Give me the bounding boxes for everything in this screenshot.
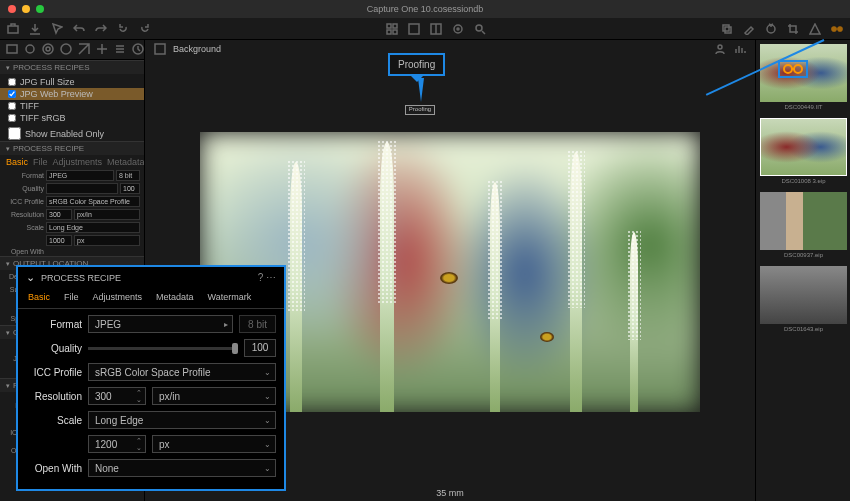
background-label: Background: [173, 44, 221, 54]
cursor-icon[interactable]: [50, 22, 64, 36]
capture-tab-icon[interactable]: [24, 43, 36, 55]
adjust-tab-icon[interactable]: [114, 43, 126, 55]
svg-point-8: [457, 28, 459, 30]
focus-icon[interactable]: [451, 22, 465, 36]
svg-rect-11: [725, 27, 731, 33]
svg-rect-5: [409, 24, 419, 34]
enlarged-header[interactable]: PROCESS RECIPE ? ⋯: [18, 267, 284, 288]
svg-rect-0: [8, 26, 18, 33]
icc-select[interactable]: sRGB Color Space Profile: [46, 196, 140, 207]
open-with-select[interactable]: None: [88, 459, 276, 477]
svg-point-16: [26, 45, 34, 53]
svg-rect-4: [393, 30, 397, 34]
resolution-input[interactable]: 300: [88, 387, 146, 405]
browser-panel: DSC00449.IIT DSC01008 3.eip DSC00937.eip…: [755, 40, 850, 501]
tab-adjustments[interactable]: Adjustments: [93, 292, 143, 302]
thumbnail[interactable]: DSC01008 3.eip: [760, 118, 847, 186]
recipe-tabs: Basic File Adjustments Metadata Watermar…: [0, 155, 144, 169]
main-toolbar: [0, 18, 850, 40]
zoom-icon[interactable]: [473, 22, 487, 36]
svg-rect-3: [387, 30, 391, 34]
tab-watermark[interactable]: Watermark: [208, 292, 252, 302]
color-tab-icon[interactable]: [60, 43, 72, 55]
svg-rect-1: [387, 24, 391, 28]
svg-point-24: [718, 45, 722, 49]
copy-adj-icon[interactable]: [720, 22, 734, 36]
quality-value[interactable]: 100: [244, 339, 276, 357]
proofing-highlight: [778, 60, 808, 78]
library-tab-icon[interactable]: [6, 43, 18, 55]
process-recipe-header[interactable]: PROCESS RECIPE: [0, 141, 144, 155]
tab-basic[interactable]: Basic: [28, 292, 50, 302]
recipe-checkbox[interactable]: [8, 90, 16, 98]
grid-icon[interactable]: [385, 22, 399, 36]
rotate-left-icon[interactable]: [116, 22, 130, 36]
icc-profile-select[interactable]: sRGB Color Space Profile: [88, 363, 276, 381]
brush-icon[interactable]: [742, 22, 756, 36]
svg-point-19: [61, 44, 71, 54]
proofing-target: Proofing: [405, 105, 435, 115]
svg-rect-10: [723, 25, 729, 31]
svg-point-17: [43, 44, 53, 54]
undo-icon[interactable]: [72, 22, 86, 36]
thumbnail[interactable]: DSC01643.eip: [760, 266, 847, 334]
svg-point-18: [46, 47, 50, 51]
proofing-callout: Proofing: [388, 53, 445, 76]
recipe-item[interactable]: JPG Web Preview: [0, 88, 144, 100]
svg-rect-2: [393, 24, 397, 28]
thumbnail[interactable]: DSC00449.IIT: [760, 44, 847, 112]
minimize-icon[interactable]: [22, 5, 30, 13]
warning-icon[interactable]: [808, 22, 822, 36]
view-single-icon[interactable]: [407, 22, 421, 36]
recipe-item[interactable]: JPG Full Size: [0, 76, 144, 88]
recipe-item[interactable]: TIFF sRGB: [0, 112, 144, 124]
recipe-checkbox[interactable]: [8, 102, 16, 110]
format-select[interactable]: JPEG: [88, 315, 233, 333]
bit-depth: 8 bit: [239, 315, 276, 333]
show-enabled-checkbox[interactable]: [8, 127, 21, 140]
scale-select[interactable]: Long Edge: [88, 411, 276, 429]
svg-rect-15: [7, 45, 17, 53]
svg-point-26: [794, 65, 802, 73]
meta-tab-icon[interactable]: [132, 43, 144, 55]
person-icon[interactable]: [713, 42, 727, 56]
scale-unit-select[interactable]: px: [152, 435, 276, 453]
enlarged-tabs: Basic File Adjustments Metadata Watermar…: [18, 288, 284, 309]
maximize-icon[interactable]: [36, 5, 44, 13]
resolution-unit-select[interactable]: px/in: [152, 387, 276, 405]
quality-slider[interactable]: [46, 183, 118, 194]
reset-icon[interactable]: [764, 22, 778, 36]
histogram-icon[interactable]: [733, 42, 747, 56]
panel-menu-icon[interactable]: ? ⋯: [258, 272, 276, 283]
format-select[interactable]: JPEG: [46, 170, 114, 181]
viewer-mode-icon[interactable]: [153, 42, 167, 56]
tab-metadata[interactable]: Metadata: [156, 292, 194, 302]
svg-point-14: [838, 26, 843, 31]
export-icon[interactable]: [28, 22, 42, 36]
recipe-item[interactable]: TIFF: [0, 100, 144, 112]
crop-icon[interactable]: [786, 22, 800, 36]
view-split-icon[interactable]: [429, 22, 443, 36]
svg-rect-23: [155, 44, 165, 54]
scale-value-input[interactable]: 1200: [88, 435, 146, 453]
details-tab-icon[interactable]: [96, 43, 108, 55]
app-window: Capture One 10.cosessiondb: [0, 0, 850, 501]
window-title: Capture One 10.cosessiondb: [367, 4, 484, 14]
close-icon[interactable]: [8, 5, 16, 13]
svg-point-7: [454, 25, 462, 33]
thumbnail[interactable]: DSC00937.eip: [760, 192, 847, 260]
redo-icon[interactable]: [94, 22, 108, 36]
import-icon[interactable]: [6, 22, 20, 36]
traffic-lights: [8, 5, 44, 13]
lens-tab-icon[interactable]: [42, 43, 54, 55]
quality-slider[interactable]: [88, 347, 238, 350]
exposure-tab-icon[interactable]: [78, 43, 90, 55]
recipe-checkbox[interactable]: [8, 114, 16, 122]
tab-file[interactable]: File: [64, 292, 79, 302]
process-recipes-header[interactable]: PROCESS RECIPES: [0, 60, 144, 74]
rotate-right-icon[interactable]: [138, 22, 152, 36]
recipe-checkbox[interactable]: [8, 78, 16, 86]
process-recipe-enlarged: PROCESS RECIPE ? ⋯ Basic File Adjustment…: [16, 265, 286, 491]
proofing-icon[interactable]: [830, 22, 844, 36]
svg-point-9: [476, 25, 482, 31]
